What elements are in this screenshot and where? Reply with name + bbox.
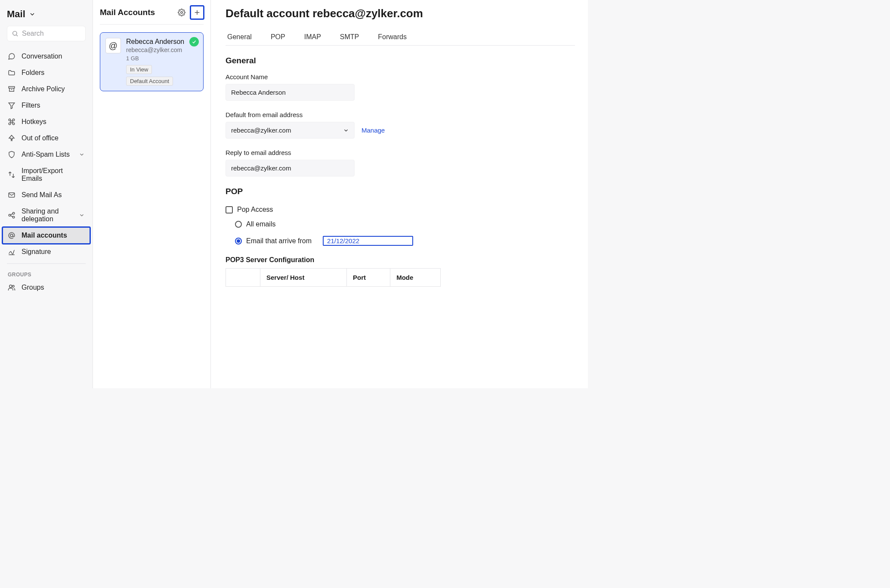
at-icon: @	[109, 41, 117, 51]
search-input-wrapper[interactable]	[7, 26, 86, 41]
sidebar-item-out-of-office[interactable]: Out of office	[3, 130, 90, 146]
sidebar-title: Mail	[7, 9, 25, 20]
sidebar-item-import-export[interactable]: Import/Export Emails	[3, 163, 90, 187]
airplane-icon	[8, 134, 15, 142]
svg-point-8	[12, 216, 15, 218]
tab-pop[interactable]: POP	[269, 31, 287, 45]
reply-to-label: Reply to email address	[226, 149, 575, 156]
general-section: General Account Name Default from email …	[226, 56, 575, 176]
svg-point-7	[12, 212, 15, 214]
nav-label: Folders	[22, 69, 44, 77]
account-avatar: @	[105, 38, 121, 53]
account-card-email: rebecca@zylker.com	[126, 46, 198, 53]
tab-imap[interactable]: IMAP	[303, 31, 323, 45]
add-account-button[interactable]	[191, 6, 204, 19]
nav-label: Signature	[22, 248, 51, 256]
pop-th-blank	[226, 269, 260, 287]
chevron-down-icon	[29, 11, 36, 18]
detail-tabs: General POP IMAP SMTP Forwards	[226, 31, 575, 46]
pop-th-mode: Mode	[390, 269, 441, 287]
nav-label: Out of office	[22, 134, 59, 142]
at-icon	[8, 232, 15, 239]
account-name-input[interactable]	[226, 84, 355, 101]
sidebar-item-conversation[interactable]: Conversation	[3, 48, 90, 65]
chevron-down-icon	[79, 212, 85, 218]
nav-label: Anti-Spam Lists	[22, 151, 70, 158]
pop-radio-all-label: All emails	[246, 220, 275, 228]
verified-badge	[189, 37, 199, 46]
sidebar-item-signature[interactable]: Signature	[3, 244, 90, 260]
sidebar-product-selector[interactable]: Mail	[3, 5, 90, 26]
nav-label: Sharing and delegation	[22, 207, 73, 223]
groups-section-label: GROUPS	[3, 267, 90, 279]
nav-label: Import/Export Emails	[22, 167, 85, 183]
page-title: Default account rebecca@zylker.com	[226, 7, 575, 20]
svg-point-15	[181, 12, 183, 14]
sidebar-item-mail-accounts[interactable]: Mail accounts	[3, 227, 90, 244]
account-card-name: Rebecca Anderson	[126, 38, 198, 46]
sidebar-item-folders[interactable]: Folders	[3, 65, 90, 81]
tab-forwards[interactable]: Forwards	[376, 31, 408, 45]
pop-heading: POP	[226, 187, 575, 196]
sidebar-item-anti-spam[interactable]: Anti-Spam Lists	[3, 146, 90, 163]
folder-icon	[8, 69, 15, 77]
chat-icon	[8, 53, 15, 60]
pop-radio-all-emails[interactable]	[235, 221, 242, 228]
nav-label: Mail accounts	[22, 232, 67, 239]
gear-icon	[178, 9, 185, 16]
accounts-panel-title: Mail Accounts	[100, 8, 155, 17]
account-card-size: 1 GB	[126, 55, 198, 62]
filter-icon	[8, 102, 15, 109]
chevron-down-icon	[343, 127, 349, 133]
default-from-value: rebecca@zylker.com	[231, 127, 291, 134]
archive-icon	[8, 85, 15, 93]
plus-icon	[193, 9, 201, 16]
nav-label: Conversation	[22, 53, 62, 60]
sidebar-nav: Conversation Folders Archive Policy Filt…	[3, 48, 90, 296]
svg-line-9	[10, 214, 12, 215]
badge-in-view: In View	[126, 65, 152, 74]
svg-line-1	[16, 35, 18, 36]
sidebar-item-hotkeys[interactable]: Hotkeys	[3, 114, 90, 130]
share-icon	[8, 211, 15, 219]
svg-point-6	[9, 214, 11, 217]
content-panel: Default account rebecca@zylker.com Gener…	[211, 0, 588, 388]
sidebar-item-filters[interactable]: Filters	[3, 97, 90, 114]
check-icon	[192, 39, 197, 44]
default-from-select[interactable]: rebecca@zylker.com	[226, 122, 355, 139]
svg-point-13	[9, 285, 12, 288]
sidebar-item-sharing[interactable]: Sharing and delegation	[3, 203, 90, 227]
accounts-panel: Mail Accounts @ Rebecca Anderson rebecca…	[93, 0, 211, 388]
pop-access-checkbox[interactable]	[226, 206, 233, 214]
pop3-config-table: Server/ Host Port Mode	[226, 268, 441, 287]
badge-default-account: Default Account	[126, 77, 173, 86]
import-export-icon	[8, 171, 15, 179]
sidebar-item-archive-policy[interactable]: Archive Policy	[3, 81, 90, 97]
pop-radio-from-date[interactable]	[235, 238, 242, 244]
nav-label: Archive Policy	[22, 85, 65, 93]
tab-smtp[interactable]: SMTP	[338, 31, 361, 45]
account-name-label: Account Name	[226, 73, 575, 80]
pop-th-port: Port	[347, 269, 390, 287]
sidebar-item-groups[interactable]: Groups	[3, 279, 90, 296]
signature-icon	[8, 248, 15, 256]
nav-label: Hotkeys	[22, 118, 46, 126]
general-heading: General	[226, 56, 575, 65]
nav-label: Groups	[22, 284, 44, 291]
manage-link[interactable]: Manage	[362, 127, 385, 134]
svg-rect-2	[9, 87, 15, 88]
send-icon	[8, 191, 15, 199]
account-card[interactable]: @ Rebecca Anderson rebecca@zylker.com 1 …	[100, 32, 204, 91]
pop-access-label: Pop Access	[237, 206, 273, 214]
svg-marker-4	[9, 103, 15, 109]
account-settings-button[interactable]	[175, 6, 188, 19]
search-input[interactable]	[22, 30, 81, 37]
pop-th-server: Server/ Host	[260, 269, 347, 287]
tab-general[interactable]: General	[226, 31, 253, 45]
nav-label: Send Mail As	[22, 191, 62, 199]
pop-from-date-input[interactable]	[323, 236, 413, 246]
reply-to-input[interactable]	[226, 160, 355, 176]
nav-label: Filters	[22, 102, 40, 109]
default-from-label: Default from email address	[226, 111, 575, 118]
sidebar-item-send-mail-as[interactable]: Send Mail As	[3, 187, 90, 203]
